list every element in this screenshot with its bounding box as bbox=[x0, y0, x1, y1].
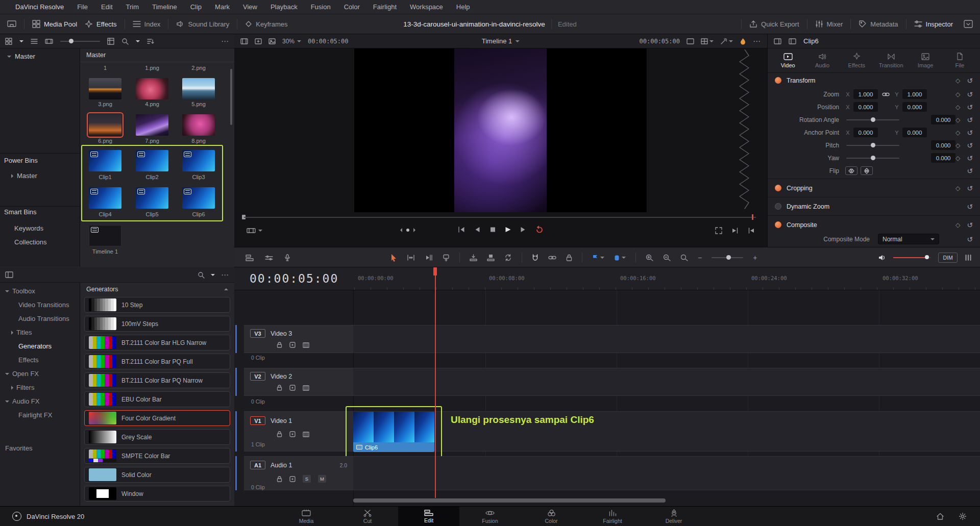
playhead-handle[interactable] bbox=[433, 267, 437, 275]
track-name[interactable]: Audio 1 bbox=[271, 462, 292, 469]
track-v1-destination-button[interactable]: V1 bbox=[250, 416, 265, 425]
page-media[interactable]: Media bbox=[276, 507, 337, 526]
replace-clip-button[interactable] bbox=[504, 254, 512, 261]
auto-select-icon[interactable] bbox=[289, 342, 296, 348]
sort-order-icon[interactable] bbox=[147, 38, 154, 44]
dynamic-zoom-enable-toggle[interactable] bbox=[775, 203, 781, 210]
menu-clip[interactable]: Clip bbox=[190, 3, 202, 11]
collapse-chevron-icon[interactable] bbox=[224, 288, 228, 290]
media-pool-options-icon[interactable]: ⋯ bbox=[221, 37, 229, 46]
monitor-volume-slider[interactable] bbox=[893, 257, 931, 258]
tree-open-fx[interactable]: Open FX bbox=[0, 367, 80, 381]
generators-list-header[interactable]: Generators bbox=[80, 283, 234, 296]
menu-fairlight[interactable]: Fairlight bbox=[373, 3, 397, 11]
gallery-icon[interactable] bbox=[268, 38, 276, 44]
keyframe-diamond-icon[interactable]: ◇ bbox=[955, 155, 960, 162]
smart-bin-collections[interactable]: Collections bbox=[14, 238, 47, 246]
sound-library-toggle[interactable]: Sound Library bbox=[176, 20, 229, 28]
generator-item[interactable]: 100mV Steps bbox=[84, 316, 230, 332]
bin-collapse-icon[interactable] bbox=[11, 174, 13, 178]
pitch-input[interactable]: 0.000 bbox=[931, 140, 955, 150]
next-clip-icon[interactable] bbox=[413, 228, 415, 232]
track-a1-lane[interactable] bbox=[353, 456, 980, 490]
zoom-y-input[interactable]: 1.000 bbox=[902, 89, 927, 99]
track-lock-icon[interactable] bbox=[277, 431, 282, 437]
page-edit-active[interactable]: Edit bbox=[398, 507, 459, 526]
keyframe-diamond-icon[interactable]: ◇ bbox=[955, 185, 960, 192]
media-pool-toggle[interactable]: Media Pool bbox=[32, 20, 77, 28]
menu-color[interactable]: Color bbox=[344, 3, 360, 11]
step-forward-button[interactable] bbox=[520, 226, 527, 233]
generator-item[interactable]: BT.2111 Color Bar PQ Narrow bbox=[84, 372, 230, 388]
menu-app[interactable]: DaVinci Resolve bbox=[15, 3, 64, 11]
timeline-thumbnail[interactable] bbox=[89, 225, 121, 246]
timeline-selector[interactable]: Timeline 1 bbox=[482, 37, 520, 45]
prev-clip-icon[interactable] bbox=[400, 228, 402, 232]
generator-item[interactable]: BT.2111 Color Bar PQ Full bbox=[84, 354, 230, 369]
reset-icon[interactable]: ↺ bbox=[967, 154, 973, 162]
step-back-button[interactable] bbox=[474, 226, 481, 233]
position-y-input[interactable]: 0.000 bbox=[902, 102, 927, 112]
reset-icon[interactable]: ↺ bbox=[967, 90, 973, 98]
generator-item[interactable]: EBU Color Bar bbox=[84, 391, 230, 407]
menu-timeline[interactable]: Timeline bbox=[152, 3, 177, 11]
reset-icon[interactable]: ↺ bbox=[967, 116, 973, 124]
menu-help[interactable]: Help bbox=[456, 3, 470, 11]
search-icon[interactable] bbox=[121, 38, 129, 45]
smart-bin-keywords[interactable]: Keywords bbox=[14, 224, 43, 232]
tab-video[interactable]: Video bbox=[771, 48, 805, 72]
tree-audio-fx[interactable]: Audio FX bbox=[0, 394, 80, 408]
viewer-seek-bar[interactable] bbox=[234, 212, 767, 222]
reset-icon[interactable]: ↺ bbox=[967, 184, 973, 192]
inspector-expand-icon[interactable] bbox=[789, 38, 796, 44]
keyframe-diamond-icon[interactable]: ◇ bbox=[955, 221, 960, 229]
inspector-panel-icon[interactable] bbox=[774, 38, 781, 44]
mute-button[interactable]: M bbox=[318, 475, 326, 483]
media-pool-scrollbar[interactable] bbox=[230, 69, 232, 125]
multicam-view-select[interactable] bbox=[701, 38, 714, 44]
last-frame-icon[interactable] bbox=[731, 227, 739, 234]
track-a1-destination-button[interactable]: A1 bbox=[250, 461, 265, 469]
clip-label[interactable]: 1.png bbox=[136, 65, 168, 71]
generator-item[interactable]: SMPTE Color Bar bbox=[84, 448, 230, 464]
tree-fairlight-fx[interactable]: Fairlight FX bbox=[0, 408, 80, 422]
rotation-slider[interactable] bbox=[846, 119, 899, 120]
track-name[interactable]: Video 3 bbox=[271, 330, 292, 337]
panel-toggle-icon[interactable] bbox=[5, 271, 13, 278]
page-fusion[interactable]: Fusion bbox=[459, 507, 521, 526]
sort-grid-icon[interactable] bbox=[107, 38, 114, 45]
cropping-section-header[interactable]: Cropping ◇↺ bbox=[768, 181, 980, 195]
metadata-toggle[interactable]: Metadata bbox=[859, 20, 898, 28]
reset-icon[interactable]: ↺ bbox=[967, 221, 973, 229]
settings-gear-icon[interactable] bbox=[959, 512, 967, 520]
tree-audio-transitions[interactable]: Audio Transitions bbox=[0, 312, 80, 325]
clip-thumbnail-7png[interactable] bbox=[136, 114, 168, 136]
clip-thumbnail-6png-selected[interactable] bbox=[89, 114, 121, 136]
single-viewer-icon[interactable] bbox=[687, 38, 694, 44]
tree-favorites[interactable]: Favorites bbox=[0, 441, 80, 455]
track-v2-destination-button[interactable]: V2 bbox=[250, 372, 265, 381]
keyframe-diamond-icon[interactable]: ◇ bbox=[955, 142, 960, 149]
tree-effects[interactable]: Effects bbox=[0, 353, 80, 367]
clip-label[interactable]: 2.png bbox=[182, 65, 215, 71]
yaw-input[interactable]: 0.000 bbox=[931, 153, 955, 163]
tree-generators-selected[interactable]: Generators bbox=[0, 339, 80, 353]
auto-select-icon[interactable] bbox=[289, 431, 296, 437]
tree-titles[interactable]: Titles bbox=[0, 325, 80, 339]
project-home-icon[interactable] bbox=[936, 512, 944, 520]
generator-item[interactable]: Solid Color bbox=[84, 467, 230, 483]
trim-edit-mode-tool[interactable] bbox=[407, 254, 415, 261]
bin-item-master[interactable]: Master bbox=[7, 53, 35, 60]
viewer-zoom-select[interactable]: 30% bbox=[282, 38, 301, 45]
flip-horizontal-button[interactable] bbox=[845, 166, 857, 175]
tab-audio[interactable]: Audio bbox=[805, 48, 839, 72]
current-bin-title[interactable]: Master bbox=[80, 48, 234, 62]
clip-label[interactable]: 1 bbox=[89, 65, 121, 71]
current-frame-dot-icon[interactable] bbox=[406, 229, 409, 232]
audio-levels-icon[interactable] bbox=[265, 255, 273, 261]
viewer-canvas[interactable] bbox=[354, 48, 647, 212]
zoom-out-button[interactable]: − bbox=[698, 254, 702, 262]
resolve-fx-flame-icon[interactable] bbox=[740, 38, 746, 45]
composite-enable-toggle[interactable] bbox=[775, 221, 781, 228]
clip-label[interactable]: 5.png bbox=[182, 101, 215, 107]
